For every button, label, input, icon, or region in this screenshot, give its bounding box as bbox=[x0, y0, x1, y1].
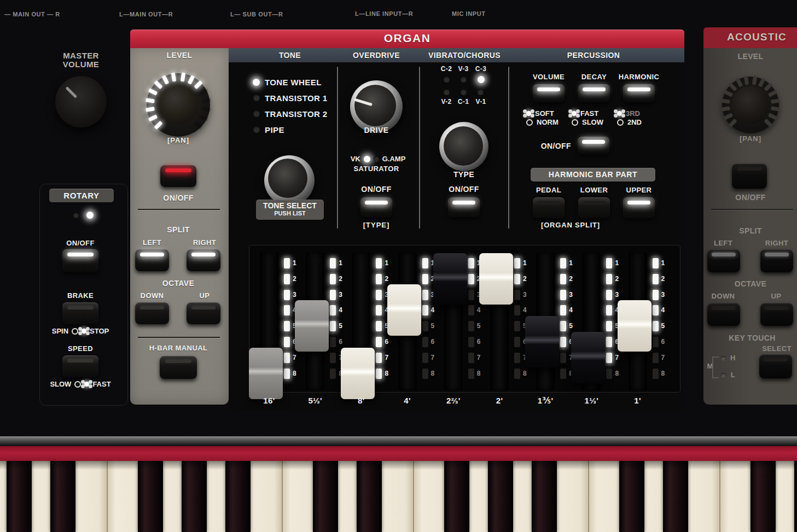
piano-black-key[interactable] bbox=[313, 461, 338, 532]
vibrato-onoff-button[interactable] bbox=[448, 197, 480, 217]
drawbar-5-led-4 bbox=[330, 305, 336, 315]
piano-black-key[interactable] bbox=[663, 461, 688, 532]
acoustic-onoff-button[interactable] bbox=[732, 163, 767, 189]
drawbar-1-scale-1: 1 bbox=[569, 259, 573, 267]
jack-label-l-main-out-r: L—MAIN OUT—R bbox=[119, 11, 173, 17]
organ-split-right-light bbox=[191, 253, 216, 256]
acoustic-split-right-button[interactable] bbox=[760, 249, 793, 272]
drawbar-cap-2[interactable] bbox=[479, 253, 513, 305]
vibrato-label-v1: V-1 bbox=[472, 98, 490, 106]
organ-octave-up-button[interactable] bbox=[187, 302, 220, 324]
piano-black-key[interactable] bbox=[182, 461, 207, 532]
key-touch-h-label: H bbox=[729, 354, 737, 362]
organ-split-left-label: LEFT bbox=[130, 238, 174, 247]
drawbar-1-led-2 bbox=[653, 274, 659, 284]
organ-octave-down-button[interactable] bbox=[135, 302, 169, 324]
organ-split-right-button[interactable] bbox=[187, 249, 220, 271]
organ-title: ORGAN bbox=[130, 32, 684, 45]
acoustic-pan-label: [PAN] bbox=[723, 135, 778, 143]
percussion-volume-button[interactable] bbox=[533, 84, 565, 102]
drawbar-label-1: 1' bbox=[616, 396, 660, 405]
bar-part-upper-label: UPPER bbox=[612, 186, 666, 194]
drawbar-8-led-3 bbox=[376, 290, 382, 300]
master-volume-knob[interactable] bbox=[55, 76, 107, 127]
organ-level-onoff-button[interactable] bbox=[160, 165, 196, 187]
rotary-speed-button[interactable] bbox=[62, 355, 98, 377]
piano-black-key[interactable] bbox=[532, 461, 557, 532]
drawbar-cap-1[interactable] bbox=[525, 316, 559, 367]
piano-black-key[interactable] bbox=[444, 461, 469, 532]
acoustic-split-left-button[interactable] bbox=[707, 249, 740, 272]
drawbar-1-scale-2: 2 bbox=[615, 275, 619, 283]
piano-black-key[interactable] bbox=[7, 461, 32, 532]
piano-black-key[interactable] bbox=[794, 461, 797, 532]
rotary-speed-button-light bbox=[67, 359, 94, 363]
rotary-spin-stop-row: SPIN STOP bbox=[40, 327, 120, 335]
bar-part-lower-button[interactable] bbox=[578, 197, 610, 218]
drawbar-1-scale-3: 3 bbox=[661, 291, 665, 299]
percussion-decay-button[interactable] bbox=[578, 84, 610, 102]
rotary-onoff-button[interactable] bbox=[62, 249, 98, 272]
header-level: LEVEL bbox=[136, 51, 223, 60]
drawbar-2-led-4 bbox=[468, 305, 474, 315]
drawbar-cap-4[interactable] bbox=[387, 284, 421, 336]
percussion-onoff-button[interactable] bbox=[578, 137, 609, 154]
organ-level-knob[interactable] bbox=[157, 84, 199, 125]
drawbar-label-1: 1⅓' bbox=[569, 396, 613, 405]
rotary-brake-label: BRAKE bbox=[53, 291, 108, 300]
vibrato-type-knob[interactable] bbox=[444, 126, 483, 166]
drawbar-1-led-7 bbox=[653, 353, 659, 363]
percussion-harmonic-button[interactable] bbox=[623, 84, 655, 102]
tone-select-knob-cap bbox=[268, 159, 307, 198]
acoustic-level-knob[interactable] bbox=[731, 86, 770, 124]
rotary-spin-label: SPIN bbox=[52, 327, 68, 335]
drawbar-2-led-3 bbox=[514, 290, 520, 300]
drawbar-cap-8[interactable] bbox=[341, 348, 375, 399]
key-touch-label: KEY TOUCH bbox=[722, 334, 782, 342]
drawbar-8-scale-8: 8 bbox=[385, 370, 388, 377]
tone-select-pill: TONE SELECT PUSH LIST bbox=[256, 200, 324, 220]
drive-knob[interactable] bbox=[354, 85, 396, 126]
drawbar-cap-1[interactable] bbox=[571, 332, 605, 383]
percussion-volume-light bbox=[537, 87, 560, 91]
piano-black-key[interactable] bbox=[50, 461, 75, 532]
drawbar-cap-5[interactable] bbox=[295, 300, 329, 352]
tone-option-1: TRANSISTOR 1 bbox=[265, 93, 328, 103]
jack-label-main-out-r: — MAIN OUT — R bbox=[4, 11, 60, 17]
drawbar-1-scale-8: 8 bbox=[615, 370, 619, 377]
organ-octave-down-label: DOWN bbox=[130, 291, 174, 300]
acoustic-octave-down-button[interactable] bbox=[707, 303, 740, 326]
overdrive-onoff-button[interactable] bbox=[360, 197, 392, 217]
organ-split-left-button[interactable] bbox=[135, 249, 169, 271]
bar-part-upper-button[interactable] bbox=[623, 197, 655, 218]
key-touch-select-button[interactable] bbox=[759, 354, 792, 378]
percussion-onoff-light bbox=[582, 140, 605, 144]
hbar-manual-button[interactable] bbox=[160, 356, 197, 379]
rotary-fast-led bbox=[86, 212, 94, 219]
drawbar-1-led-5 bbox=[653, 321, 659, 331]
drawbar-1-led-3 bbox=[653, 290, 659, 300]
vibrato-led-c2 bbox=[444, 77, 450, 83]
drawbar-cap-1[interactable] bbox=[618, 300, 651, 352]
drawbar-1-led-1 bbox=[653, 258, 659, 268]
drawbar-4-scale-5: 5 bbox=[431, 322, 435, 330]
drawbar-16-led-8 bbox=[284, 369, 290, 379]
piano-black-key[interactable] bbox=[357, 461, 382, 532]
piano-black-key[interactable] bbox=[225, 461, 251, 532]
percussion-slow-row: SLOW bbox=[572, 118, 622, 126]
piano-black-key[interactable] bbox=[751, 461, 776, 532]
drawbar-1-led-8 bbox=[560, 369, 566, 379]
drawbar-cap-2[interactable] bbox=[433, 253, 467, 305]
keybed-rail bbox=[0, 436, 797, 446]
acoustic-octave-up-button[interactable] bbox=[760, 303, 793, 326]
piano-black-key[interactable] bbox=[138, 461, 163, 532]
piano-black-key[interactable] bbox=[488, 461, 513, 532]
piano-black-key[interactable] bbox=[619, 461, 644, 532]
drawbar-cap-16[interactable] bbox=[249, 348, 283, 399]
drawbar-5-scale-6: 6 bbox=[339, 338, 342, 346]
organ-split-hint-label: [ORGAN SPLIT] bbox=[527, 221, 614, 229]
drawbar-1-led-8 bbox=[653, 369, 659, 379]
bar-part-pedal-button[interactable] bbox=[533, 197, 565, 218]
rotary-brake-button[interactable] bbox=[62, 302, 98, 324]
drawbar-2-led-1 bbox=[468, 258, 474, 268]
